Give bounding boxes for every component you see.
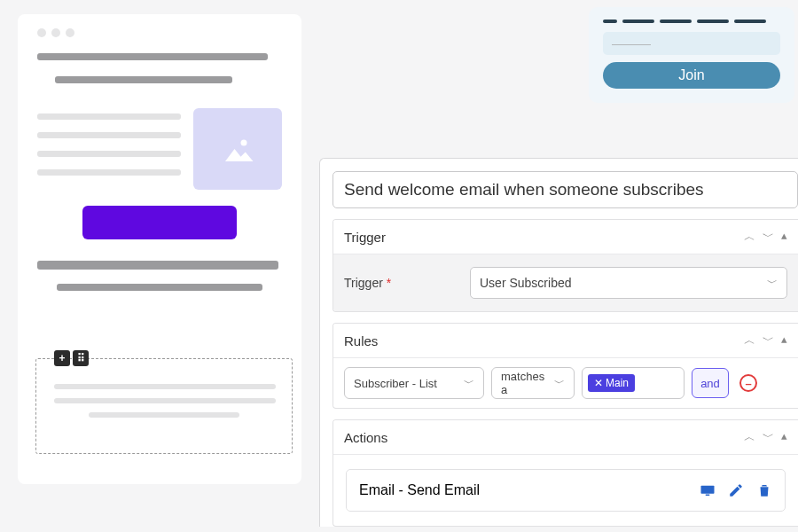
subscribe-form-preview: Join [589, 7, 794, 103]
collapse-up-icon[interactable]: ︿ [744, 429, 755, 445]
expand-down-icon[interactable]: ﹀ [763, 229, 774, 245]
action-label: Email - Send Email [359, 482, 480, 498]
placeholder-line [37, 169, 181, 176]
placeholder-line [37, 132, 181, 138]
collapse-up-icon[interactable]: ︿ [744, 229, 755, 245]
trigger-field-label: Trigger * [344, 276, 458, 290]
trigger-select[interactable]: User Subscribed ﹀ [470, 267, 787, 299]
rule-value-input[interactable]: ✕ Main [582, 367, 685, 399]
rules-section: Rules ︿ ﹀ ▴ Subscriber - List﹀ matches a… [332, 323, 798, 409]
add-block-button[interactable]: + [54, 350, 70, 366]
chevron-down-icon: ﹀ [464, 376, 474, 391]
placeholder-line [54, 398, 276, 403]
add-and-condition-button[interactable]: and [692, 368, 729, 398]
preview-icon[interactable] [700, 482, 716, 498]
caret-up-icon[interactable]: ▴ [781, 332, 787, 348]
placeholder-line [37, 151, 181, 157]
placeholder-line [54, 384, 276, 389]
move-block-handle[interactable]: ⠿ [73, 350, 89, 366]
rule-field-select[interactable]: Subscriber - List﹀ [344, 367, 484, 399]
placeholder-line [37, 261, 278, 270]
delete-rule-button[interactable]: – [739, 374, 757, 392]
edit-icon[interactable] [728, 482, 744, 498]
section-heading: Actions [344, 430, 387, 445]
section-heading: Trigger [344, 230, 386, 245]
svg-rect-1 [701, 486, 715, 494]
placeholder-line [37, 53, 268, 60]
placeholder-line [37, 113, 181, 120]
automation-editor-panel: Trigger ︿ ﹀ ▴ Trigger * User Subscribed … [319, 158, 798, 527]
actions-section: Actions ︿ ﹀ ▴ Email - Send Email [332, 419, 798, 527]
window-traffic-lights [37, 28, 282, 37]
chevron-down-icon: ﹀ [767, 276, 778, 291]
expand-down-icon[interactable]: ﹀ [763, 332, 774, 348]
action-item: Email - Send Email [346, 469, 786, 512]
placeholder-line [57, 284, 262, 291]
section-heading: Rules [344, 333, 378, 348]
expand-down-icon[interactable]: ﹀ [763, 429, 774, 445]
automation-title-input[interactable] [332, 171, 798, 208]
join-button[interactable]: Join [603, 62, 780, 89]
collapse-up-icon[interactable]: ︿ [744, 332, 755, 348]
caret-up-icon[interactable]: ▴ [781, 229, 787, 245]
delete-icon[interactable] [756, 482, 772, 498]
caret-up-icon[interactable]: ▴ [781, 429, 787, 445]
placeholder-line [89, 412, 239, 418]
chevron-down-icon: ﹀ [554, 376, 565, 391]
block-insertion-zone[interactable]: + ⠿ [35, 358, 293, 454]
form-header-skeleton [603, 20, 780, 23]
subscribe-email-input[interactable] [603, 32, 780, 55]
cta-button-placeholder [82, 206, 237, 239]
trigger-section: Trigger ︿ ﹀ ▴ Trigger * User Subscribed … [332, 219, 798, 312]
svg-rect-2 [706, 495, 710, 497]
rule-value-tag[interactable]: ✕ Main [588, 374, 635, 392]
rule-operator-select[interactable]: matches a﹀ [491, 367, 575, 399]
placeholder-line [55, 76, 232, 83]
image-placeholder-icon [193, 108, 282, 190]
svg-point-0 [241, 140, 247, 146]
